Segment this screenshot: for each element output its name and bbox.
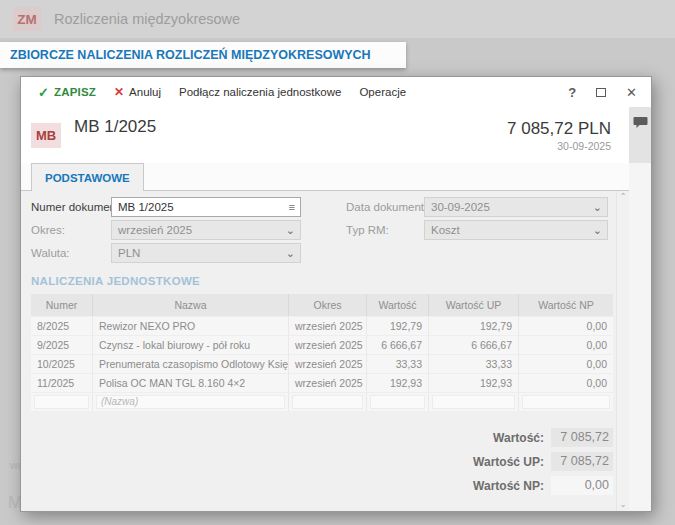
table-row[interactable]: 8/2025 Rewizor NEXO PRO wrzesień 2025 19… [31,316,613,335]
label-data-dokumentu: Data dokumentu: [346,197,434,217]
app-topbar: ZM Rozliczenia międzyokresowe [0,0,675,38]
total-wartosc-up-value: 7 085,72 [551,452,613,471]
field-menu-icon[interactable]: ≡ [289,202,300,213]
dialog-toolbar: ✓ ZAPISZ ✕ Anuluj Podłącz naliczenia jed… [21,77,651,107]
chevron-down-icon: ⌄ [286,248,300,259]
label-okres: Okres: [31,220,65,240]
col-wartosc[interactable]: Wartość [367,294,429,316]
x-icon: ✕ [114,85,124,99]
notes-gutter [629,107,651,511]
total-wartosc-np: Wartość NP: 0,00 [473,476,613,495]
chevron-down-icon: ⌄ [593,202,607,213]
attach-unit-accruals-button[interactable]: Podłącz naliczenia jednostkowe [172,86,348,98]
maximize-icon[interactable] [596,88,606,97]
scroll-up-icon[interactable]: ⌃ [620,193,627,201]
module-title: Rozliczenia międzyokresowe [54,11,240,27]
total-wartosc-up: Wartość UP: 7 085,72 [473,452,613,471]
help-icon[interactable]: ? [568,85,576,100]
table-row[interactable]: 10/2025 Prenumerata czasopismo Odlotowy … [31,354,613,373]
okres-select: wrzesień 2025 ⌄ [111,220,301,240]
unit-accruals-table: Numer Nazwa Okres Wartość Wartość UP War… [31,294,613,411]
section-title-naliczenia: NALICZENIA JEDNOSTKOWE [31,275,200,287]
total-wartosc-np-field[interactable]: 0,00 [551,476,613,495]
chevron-down-icon: ⌄ [593,225,607,236]
save-button[interactable]: ✓ ZAPISZ [31,85,103,100]
document-title: MB 1/2025 [74,117,156,137]
total-wartosc: Wartość: 7 085,72 [493,428,613,447]
chevron-down-icon: ⌄ [286,225,300,236]
table-new-row[interactable]: (Nazwa) [31,392,613,411]
module-badge: ZM [13,7,41,31]
table-header-row: Numer Nazwa Okres Wartość Wartość UP War… [31,294,613,316]
vertical-scrollbar[interactable]: ⌃ ⌄ [616,191,629,511]
check-icon: ✓ [38,85,49,100]
document-type-badge: MB [31,123,61,148]
tab-bar: PODSTAWOWE [21,163,629,191]
document-dialog: ✓ ZAPISZ ✕ Anuluj Podłącz naliczenia jed… [20,76,652,512]
document-summary: 7 085,72 PLN 30-09-2025 [507,119,619,152]
close-icon[interactable]: ✕ [626,85,637,100]
scroll-down-icon[interactable]: ⌄ [620,501,627,509]
typ-rm-select: Koszt ⌄ [424,220,608,240]
table-row[interactable]: 11/2025 Polisa OC MAN TGL 8.160 4×2 wrze… [31,373,613,392]
document-amount: 7 085,72 PLN [507,119,611,139]
data-dokumentu-select: 30-09-2025 ⌄ [424,197,608,217]
window-buttons: ? ✕ [568,85,641,100]
label-waluta: Waluta: [31,243,70,263]
new-row-nazwa-input[interactable]: (Nazwa) [96,395,285,409]
table-row[interactable]: 9/2025 Czynsz - lokal biurowy - pół roku… [31,335,613,354]
view-title: ZBIORCZE NALICZENIA ROZLICZEŃ MIĘDZYOKRE… [10,48,371,62]
col-wartosc-np[interactable]: Wartość NP [519,294,613,316]
tab-podstawowe[interactable]: PODSTAWOWE [31,163,144,191]
form-area: Numer dokumentu: MB 1/2025 ≡ Okres: wrze… [21,191,629,511]
view-header: ZBIORCZE NALICZENIA ROZLICZEŃ MIĘDZYOKRE… [0,42,406,68]
col-nazwa[interactable]: Nazwa [93,294,289,316]
document-header: MB MB 1/2025 7 085,72 PLN 30-09-2025 [21,107,629,163]
numer-dokumentu-field[interactable]: MB 1/2025 ≡ [111,197,301,217]
label-typ-rm: Typ RM: [346,220,389,240]
operations-menu-button[interactable]: Operacje [352,86,413,98]
waluta-select: PLN ⌄ [111,243,301,263]
cancel-button[interactable]: ✕ Anuluj [107,85,168,99]
total-wartosc-value: 7 085,72 [551,428,613,447]
col-okres[interactable]: Okres [289,294,367,316]
col-numer[interactable]: Numer [31,294,93,316]
comment-icon[interactable] [633,116,648,129]
col-wartosc-up[interactable]: Wartość UP [429,294,519,316]
document-date: 30-09-2025 [507,140,611,152]
